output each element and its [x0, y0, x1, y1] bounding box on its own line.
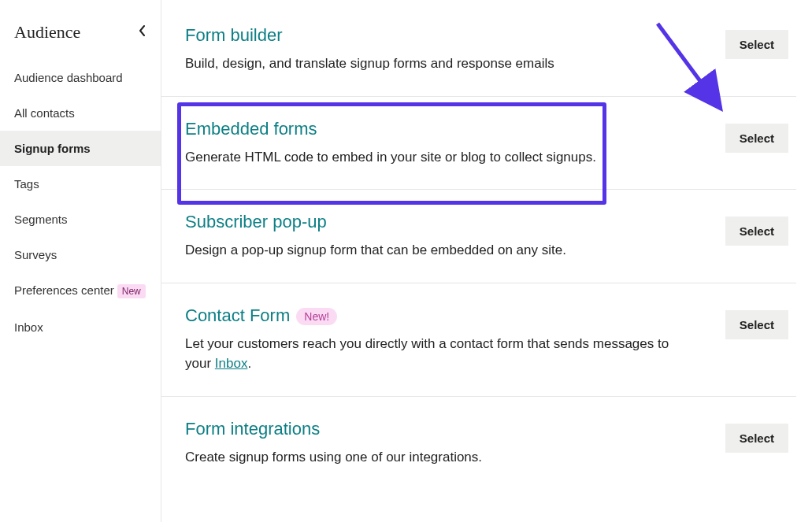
sidebar-item-label: Signup forms: [14, 142, 91, 155]
sidebar-item-tags[interactable]: Tags: [0, 166, 161, 202]
new-badge: New: [117, 284, 146, 298]
sidebar-item-all-contacts[interactable]: All contacts: [0, 95, 161, 131]
sidebar-item-label: Preferences center: [14, 283, 114, 297]
sidebar-items: Audience dashboard All contacts Signup f…: [0, 60, 161, 345]
sidebar-item-segments[interactable]: Segments: [0, 202, 161, 237]
sidebar-item-label: Surveys: [14, 248, 57, 261]
form-option-embedded-forms: Embedded forms Generate HTML code to emb…: [161, 96, 796, 190]
form-desc: Build, design, and translate signup form…: [185, 54, 554, 74]
select-button-subscriber-popup[interactable]: Select: [725, 217, 788, 246]
sidebar-item-signup-forms[interactable]: Signup forms: [0, 131, 161, 166]
chevron-left-icon[interactable]: [139, 25, 146, 39]
form-desc: Design a pop-up signup form that can be …: [185, 240, 566, 261]
form-title: Embedded forms: [185, 119, 596, 139]
select-button-form-builder[interactable]: Select: [725, 30, 788, 59]
sidebar-item-audience-dashboard[interactable]: Audience dashboard: [0, 60, 161, 95]
sidebar-item-label: Inbox: [14, 320, 43, 334]
form-desc: Let your customers reach you directly wi…: [185, 334, 673, 374]
form-title: Form builder: [185, 25, 554, 46]
form-desc: Create signup forms using one of our int…: [185, 447, 482, 468]
select-button-embedded-forms[interactable]: Select: [725, 124, 788, 153]
form-title: Subscriber pop-up: [185, 212, 566, 232]
form-option-subscriber-popup: Subscriber pop-up Design a pop-up signup…: [161, 189, 796, 283]
select-button-contact-form[interactable]: Select: [725, 310, 788, 339]
form-title: Form integrations: [185, 419, 482, 439]
form-option-form-builder: Form builder Build, design, and translat…: [161, 8, 796, 96]
sidebar-item-surveys[interactable]: Surveys: [0, 237, 161, 272]
new-pill: New!: [296, 308, 337, 325]
sidebar-item-inbox[interactable]: Inbox: [0, 309, 161, 345]
sidebar-item-label: Tags: [14, 177, 39, 191]
form-desc: Generate HTML code to embed in your site…: [185, 147, 596, 168]
form-option-form-integrations: Form integrations Create signup forms us…: [161, 396, 796, 490]
sidebar-header: Audience: [0, 22, 161, 60]
inbox-link[interactable]: Inbox: [215, 356, 248, 371]
sidebar-item-label: All contacts: [14, 106, 75, 120]
form-option-contact-form: Contact FormNew! Let your customers reac…: [161, 283, 796, 396]
sidebar: Audience Audience dashboard All contacts…: [0, 0, 161, 522]
select-button-form-integrations[interactable]: Select: [725, 424, 788, 453]
sidebar-item-label: Segments: [14, 213, 68, 226]
sidebar-item-label: Audience dashboard: [14, 71, 123, 84]
sidebar-title: Audience: [14, 22, 80, 43]
form-title: Contact FormNew!: [185, 305, 673, 326]
main-content: Form builder Build, design, and translat…: [161, 0, 812, 522]
sidebar-item-preferences-center[interactable]: Preferences centerNew: [0, 272, 161, 309]
